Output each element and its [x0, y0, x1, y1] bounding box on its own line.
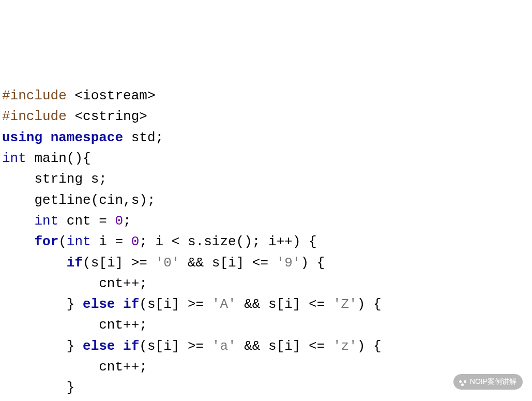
var-s: s — [268, 296, 277, 312]
var-i: i — [268, 234, 277, 249]
bracket-open: [ — [277, 338, 285, 354]
paren-close: ) — [74, 151, 83, 166]
char-Z: 'Z' — [333, 296, 357, 312]
paren-close: ) — [357, 296, 366, 312]
semicolon: ; — [155, 130, 163, 145]
semicolon: ; — [139, 359, 147, 375]
angle-open: < — [74, 109, 83, 124]
op-inc: ++ — [277, 234, 293, 249]
semicolon: ; — [139, 276, 147, 291]
paren-open: ( — [139, 338, 147, 354]
kw-for: for — [34, 234, 58, 249]
paren-close: ) — [293, 234, 301, 249]
semicolon: ; — [147, 192, 156, 208]
bracket-close: ] — [115, 255, 123, 271]
var-i: i — [163, 338, 172, 354]
comma: , — [123, 192, 131, 208]
wechat-icon — [459, 378, 467, 386]
preproc-include: #include — [2, 88, 67, 103]
type-int: int — [2, 151, 26, 166]
fn-main: main — [34, 151, 66, 166]
watermark-badge: NOIP案例讲解 — [453, 374, 523, 390]
angle-close: > — [139, 109, 147, 124]
var-i: i — [228, 255, 236, 271]
semicolon: ; — [252, 234, 261, 249]
semicolon: ; — [139, 317, 147, 333]
bracket-close: ] — [172, 338, 180, 354]
op-and: && — [244, 338, 260, 354]
op-assign: = — [99, 213, 107, 229]
var-s: s — [131, 192, 140, 208]
op-ge: >= — [188, 296, 204, 312]
header-iostream: iostream — [83, 88, 147, 103]
paren-open: ( — [83, 255, 91, 271]
op-le: <= — [309, 296, 325, 312]
paren-close: ) — [244, 234, 252, 249]
preproc-include: #include — [2, 109, 67, 124]
var-s: s — [91, 255, 99, 271]
char-A: 'A' — [212, 296, 236, 312]
var-cnt: cnt — [67, 213, 91, 229]
type-int: int — [34, 213, 58, 229]
op-inc: ++ — [123, 359, 139, 375]
kw-namespace: namespace — [51, 130, 123, 145]
var-i: i — [163, 296, 172, 312]
bracket-open: [ — [277, 296, 285, 312]
header-cstring: cstring — [83, 109, 139, 124]
kw-else: else — [83, 296, 115, 312]
bracket-open: [ — [156, 338, 164, 354]
ns-std: std — [131, 130, 156, 145]
op-inc: ++ — [123, 276, 139, 291]
brace-close: } — [67, 338, 75, 354]
var-cin: cin — [99, 192, 123, 208]
code-block: #include <iostream> #include <cstring> u… — [2, 85, 530, 401]
bracket-open: [ — [220, 255, 228, 271]
brace-close: } — [67, 296, 75, 312]
char-a: 'a' — [212, 338, 236, 354]
var-i: i — [284, 296, 293, 312]
var-s: s — [188, 234, 196, 249]
angle-close: > — [147, 88, 156, 103]
kw-using: using — [2, 130, 42, 145]
op-and: && — [244, 296, 260, 312]
op-and: && — [188, 255, 204, 271]
brace-open: { — [309, 234, 317, 249]
fn-size: size — [204, 234, 236, 249]
bracket-close: ] — [293, 338, 301, 354]
op-ge: >= — [188, 338, 204, 354]
brace-open: { — [373, 296, 382, 312]
paren-open: ( — [91, 192, 99, 208]
semicolon: ; — [123, 213, 131, 229]
kw-if: if — [67, 255, 83, 271]
op-le: <= — [309, 338, 325, 354]
brace-open: { — [373, 338, 382, 354]
bracket-open: [ — [156, 296, 164, 312]
var-s: s — [147, 338, 156, 354]
kw-if: if — [123, 338, 139, 354]
paren-open: ( — [139, 296, 147, 312]
op-lt: < — [172, 234, 180, 249]
char-z: 'z' — [333, 338, 357, 354]
var-s: s — [212, 255, 220, 271]
num-zero: 0 — [131, 234, 140, 249]
kw-else: else — [83, 338, 115, 354]
char-9: '9' — [277, 255, 301, 271]
var-s: s — [147, 296, 156, 312]
bracket-close: ] — [293, 296, 301, 312]
kw-if: if — [123, 296, 139, 312]
paren-open: ( — [58, 234, 67, 249]
watermark-label: NOIP案例讲解 — [470, 376, 516, 388]
bracket-close: ] — [172, 296, 180, 312]
num-zero: 0 — [115, 213, 123, 229]
brace-close: } — [67, 380, 75, 395]
type-string: string — [34, 171, 83, 187]
var-s: s — [91, 171, 99, 187]
op-le: <= — [252, 255, 268, 271]
op-assign: = — [115, 234, 123, 249]
brace-open: { — [83, 151, 91, 166]
paren-open: ( — [67, 151, 75, 166]
dot: . — [196, 234, 204, 249]
var-cnt: cnt — [99, 317, 123, 333]
var-cnt: cnt — [99, 359, 123, 375]
bracket-open: [ — [99, 255, 107, 271]
